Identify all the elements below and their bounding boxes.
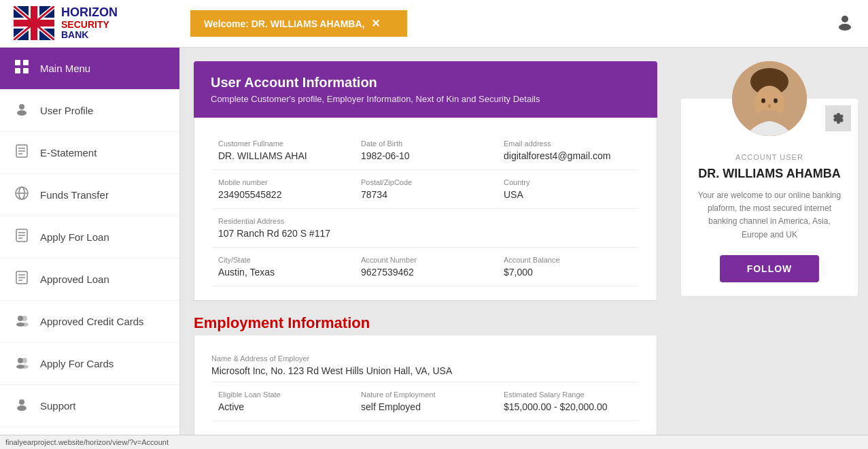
cell-loan-state: Eligible Loan State Active [211, 382, 354, 421]
topbar: HORIZON SECURITY BANK [0, 0, 868, 48]
approved-loan-icon [14, 271, 30, 288]
svg-rect-15 [23, 68, 29, 73]
value-account-number: 9627539462 [361, 267, 490, 278]
sidebar-item-e-statement[interactable]: E-Statement [0, 132, 179, 174]
cell-dob: Date of Birth 1982-06-10 [354, 131, 497, 170]
close-banner-button[interactable]: ✕ [371, 17, 380, 30]
sidebar-item-funds-transfer[interactable]: Funds Transfer [0, 174, 179, 216]
main-menu-icon [14, 60, 30, 77]
follow-button[interactable]: FOLLOW [720, 255, 820, 282]
sidebar-label-apply-for-cards: Apply For Cards [40, 358, 114, 369]
svg-point-36 [20, 322, 29, 327]
sidebar-label-support: Support [40, 400, 76, 412]
label-country: Country [504, 178, 633, 186]
url-bar: finalyearproject.website/horizon/view/?v… [0, 435, 868, 449]
label-salary: Estimated Salary Range [504, 390, 633, 399]
employment-title: Employment Information [194, 314, 657, 332]
logo-bank: BANK [61, 30, 118, 40]
account-user-description: Your are welcome to our online banking p… [695, 189, 844, 242]
value-salary: $15,000.00 - $20,000.00 [504, 401, 633, 412]
svg-point-46 [761, 99, 765, 103]
logo-horizon: HORIZON [61, 6, 118, 20]
profile-card: ACCOUNT USER DR. WILLIAMS AHAMBA Your ar… [681, 99, 858, 296]
account-info-title: User Account Information [211, 75, 640, 90]
sidebar-label-main-menu: Main Menu [40, 63, 90, 74]
value-customer-fullname: DR. WILLIAMS AHAI [218, 150, 347, 161]
apply-cards-icon [14, 355, 30, 372]
cell-email: Email address digitalforest4@gmail.com [497, 131, 640, 170]
logo-text: HORIZON SECURITY BANK [61, 6, 118, 41]
user-profile-icon [14, 102, 30, 119]
account-info-card: User Account Information Complete Custom… [194, 61, 657, 301]
account-info-body: Customer Fullname DR. WILLIAMS AHAI Date… [194, 118, 657, 301]
gear-button[interactable] [825, 105, 851, 131]
label-dob: Date of Birth [361, 139, 490, 148]
cell-account-balance: Account Balance $7,000 [497, 248, 640, 286]
label-account-number: Account Number [361, 256, 490, 264]
sidebar: Main Menu User Profile E-Statement [0, 48, 180, 435]
svg-point-34 [22, 316, 27, 321]
value-mobile: 234905545822 [218, 189, 347, 200]
svg-rect-9 [14, 20, 54, 27]
right-panel: ACCOUNT USER DR. WILLIAMS AHAMBA Your ar… [671, 48, 868, 435]
main-layout: Main Menu User Profile E-Statement [0, 48, 868, 435]
svg-rect-14 [15, 68, 20, 73]
sidebar-label-approved-credit-cards: Approved Credit Cards [40, 316, 144, 327]
value-city-state: Austin, Texas [218, 267, 347, 278]
approved-cards-icon [14, 313, 30, 330]
account-info-subtitle: Complete Customer's profile, Employer In… [211, 94, 640, 104]
svg-rect-12 [15, 60, 20, 65]
svg-point-40 [20, 365, 29, 369]
sidebar-item-main-menu[interactable]: Main Menu [0, 48, 179, 90]
svg-point-10 [841, 16, 848, 22]
cell-employment-type: Nature of Employment self Employed [354, 382, 497, 421]
welcome-text: Welcome: DR. WILLIAMS AHAMBA, [204, 18, 364, 29]
logo-security: SECURITY [61, 20, 118, 30]
value-postal: 78734 [361, 189, 490, 200]
label-email: Email address [504, 139, 633, 148]
welcome-banner: Welcome: DR. WILLIAMS AHAMBA, ✕ [190, 10, 407, 37]
value-account-balance: $7,000 [504, 267, 633, 278]
cell-postal: Postal/ZipCode 78734 [354, 170, 497, 209]
logo-area: HORIZON SECURITY BANK [14, 6, 118, 41]
sidebar-item-approved-loan[interactable]: Approved Loan [0, 259, 179, 301]
sidebar-item-user-profile[interactable]: User Profile [0, 90, 179, 132]
account-info-header: User Account Information Complete Custom… [194, 61, 657, 118]
cell-mobile: Mobile number 234905545822 [211, 170, 354, 209]
sidebar-item-apply-for-loan[interactable]: Apply For Loan [0, 216, 179, 259]
label-city-state: City/State [218, 256, 347, 264]
url-text: finalyearproject.website/horizon/view/?v… [5, 438, 169, 446]
value-employer: Microsoft Inc, No. 123 Rd West Hills Uni… [211, 365, 640, 376]
svg-point-16 [19, 104, 24, 110]
svg-point-41 [19, 399, 24, 405]
svg-point-47 [774, 99, 778, 103]
value-dob: 1982-06-10 [361, 150, 490, 161]
sidebar-item-apply-for-cards[interactable]: Apply For Cards [0, 343, 179, 385]
sidebar-label-user-profile: User Profile [40, 105, 93, 116]
label-loan-state: Eligible Loan State [218, 390, 347, 399]
funds-transfer-icon [14, 186, 30, 203]
svg-point-42 [17, 405, 27, 411]
label-employer: Name & Address of Employer [211, 354, 640, 363]
sidebar-label-funds-transfer: Funds Transfer [40, 189, 109, 201]
label-mobile: Mobile number [218, 178, 347, 186]
value-country: USA [504, 189, 633, 200]
user-icon[interactable] [835, 12, 854, 35]
sidebar-item-approved-credit-cards[interactable]: Approved Credit Cards [0, 301, 179, 343]
svg-point-49 [757, 110, 782, 121]
content-area: User Account Information Complete Custom… [180, 48, 671, 435]
account-user-name: DR. WILLIAMS AHAMBA [698, 167, 840, 181]
account-user-label: ACCOUNT USER [735, 153, 803, 161]
svg-point-11 [839, 24, 851, 31]
avatar [732, 61, 807, 136]
svg-point-48 [768, 104, 771, 108]
label-employment-type: Nature of Employment [361, 390, 490, 399]
e-statement-icon [14, 144, 30, 161]
sidebar-item-support[interactable]: Support [0, 385, 179, 427]
value-residential: 107 Ranch Rd 620 S #117 [218, 228, 633, 239]
cell-employer: Name & Address of Employer Microsoft Inc… [211, 349, 640, 382]
label-postal: Postal/ZipCode [361, 178, 490, 186]
cell-country: Country USA [497, 170, 640, 209]
cell-customer-fullname: Customer Fullname DR. WILLIAMS AHAI [211, 131, 354, 170]
value-loan-state: Active [218, 401, 347, 412]
